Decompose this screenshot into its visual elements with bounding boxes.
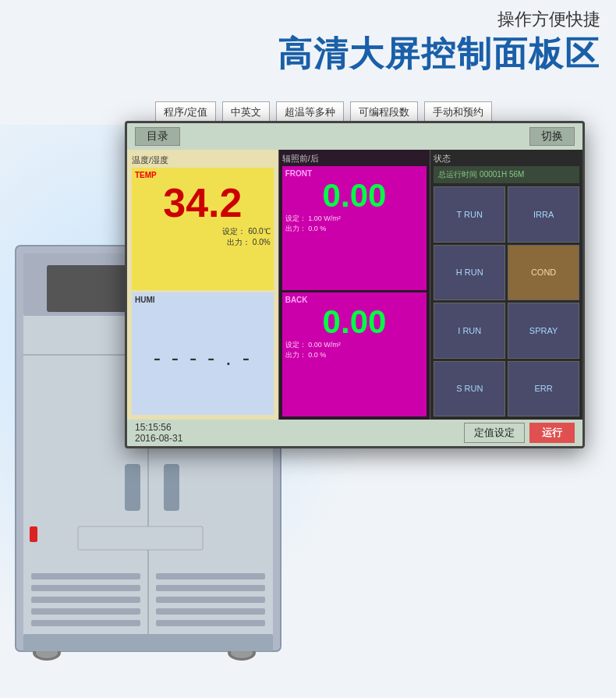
svg-rect-15 [156,573,265,579]
status-btn-s-run[interactable]: S RUN [434,361,505,417]
temp-setpoint-val: 60.0℃ [248,227,270,236]
irra-back: BACK 0.00 设定： 0.00 W/m² 出力： 0.0 % [282,292,427,416]
svg-rect-13 [31,608,140,615]
irra-front-settings: 设定： 1.00 W/m² 出力： 0.0 % [285,214,424,234]
svg-rect-12 [31,597,140,603]
irra-back-setpoint-label: 设定： [285,341,306,349]
status-btn-spray[interactable]: SPRAY [508,303,579,359]
header-section: 操作方便快捷 高清大屏控制面板区 [278,8,600,77]
svg-rect-10 [31,573,140,579]
irra-front-setpoint-label: 设定： [285,214,306,222]
svg-rect-8 [125,464,140,511]
screen-topbar: 目录 切换 [127,123,582,150]
irra-back-output-label: 出力： [285,351,306,359]
panel-temp-humi: 温度/湿度 TEMP 34.2 设定： 60.0℃ 出力： 0.0% HUMI … [127,150,279,420]
status-btn-t-run[interactable]: T RUN [434,186,505,243]
temp-output-label: 出力： [227,238,250,246]
irra-back-setpoint-val: 0.00 W/m² [308,341,341,349]
bottom-buttons: 定值设定 运行 [464,423,575,443]
temp-tag: TEMP [135,171,271,179]
temp-output-val: 0.0% [253,238,271,246]
irra-front-setpoint-val: 1.00 W/m² [308,214,341,222]
irra-front: FRONT 0.00 设定： 1.00 W/m² 出力： 0.0 % [282,166,427,290]
svg-rect-18 [156,608,265,615]
status-buttons: T RUN IRRA H RUN COND I RUN SPRAY S RUN … [434,186,579,416]
svg-rect-19 [156,620,265,626]
run-button[interactable]: 运行 [529,423,575,443]
irra-front-value: 0.00 [285,179,424,212]
temp-settings: 设定： 60.0℃ 出力： 0.0% [135,226,271,248]
panel-irra: 辐照前/后 FRONT 0.00 设定： 1.00 W/m² 出力： 0.0 %… [279,150,431,420]
menu-button[interactable]: 目录 [135,127,180,146]
svg-rect-16 [156,585,265,591]
switch-button[interactable]: 切换 [529,127,575,146]
screen-date: 2016-08-31 [135,433,182,444]
irra-front-output-val: 0.0 % [308,225,326,232]
irra-back-value: 0.00 [285,306,424,338]
status-btn-cond[interactable]: COND [508,245,579,301]
screen-time: 15:15:56 [135,422,182,433]
humi-tag: HUMI [135,296,271,304]
svg-rect-17 [156,597,265,603]
status-btn-err[interactable]: ERR [508,361,579,417]
temp-humi-label: 温度/湿度 [132,154,274,166]
panel-status: 状态 总运行时间 00001H 56M T RUN IRRA H RUN CON… [430,150,582,420]
humi-section: HUMI - - - - . - [132,292,274,415]
svg-rect-9 [164,464,179,511]
main-title: 高清大屏控制面板区 [278,31,600,77]
setvalue-button[interactable]: 定值设定 [464,423,525,443]
svg-rect-11 [31,585,140,591]
status-btn-h-run[interactable]: H RUN [434,245,505,301]
irra-back-settings: 设定： 0.00 W/m² 出力： 0.0 % [285,340,424,360]
svg-rect-26 [78,526,203,550]
irra-label: 辐照前/后 [282,153,427,165]
svg-rect-25 [23,634,273,651]
irra-back-output-val: 0.0 % [308,351,326,359]
status-btn-irra[interactable]: IRRA [508,186,579,243]
screen-inner: 目录 切换 温度/湿度 TEMP 34.2 设定： 60.0℃ 出力： 0.0% [127,123,582,446]
status-label: 状态 [434,153,579,165]
screen-bottombar: 15:15:56 2016-08-31 定值设定 运行 [127,420,582,446]
subtitle: 操作方便快捷 [278,8,600,31]
irra-front-output-label: 出力： [285,225,306,232]
humi-dashes: - - - - . - [154,345,252,370]
screen-datetime: 15:15:56 2016-08-31 [135,422,182,444]
temp-value: 34.2 [135,182,271,223]
temp-section: TEMP 34.2 设定： 60.0℃ 出力： 0.0% [132,168,274,290]
screen-container: 目录 切换 温度/湿度 TEMP 34.2 设定： 60.0℃ 出力： 0.0% [125,121,585,448]
screen-main: 温度/湿度 TEMP 34.2 设定： 60.0℃ 出力： 0.0% HUMI … [127,150,582,420]
temp-setpoint-label: 设定： [222,227,246,236]
svg-rect-14 [31,620,140,626]
svg-rect-20 [30,526,37,542]
status-btn-i-run[interactable]: I RUN [434,303,505,359]
status-runtime: 总运行时间 00001H 56M [434,166,579,183]
